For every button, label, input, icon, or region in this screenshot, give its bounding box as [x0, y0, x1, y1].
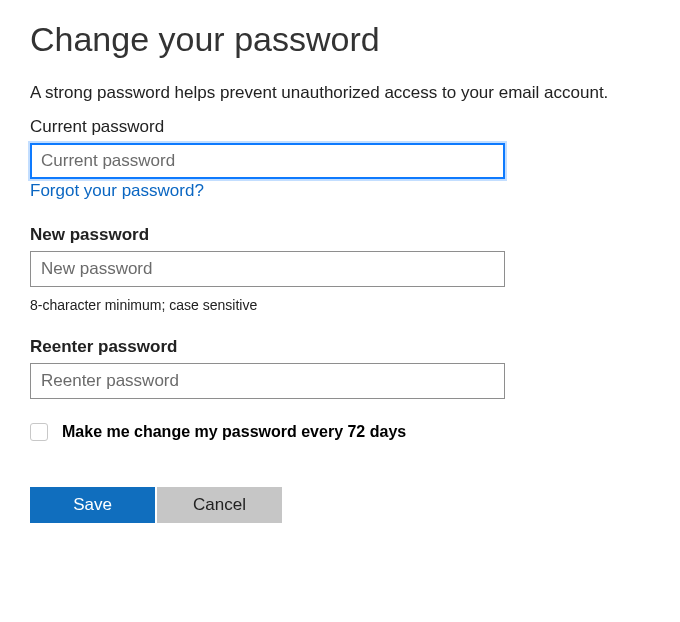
current-password-group: Current password Forgot your password? — [30, 117, 650, 201]
password-hint: 8-character minimum; case sensitive — [30, 297, 650, 313]
reenter-password-input[interactable] — [30, 363, 505, 399]
reenter-password-group: Reenter password — [30, 337, 650, 399]
forgot-password-link[interactable]: Forgot your password? — [30, 181, 204, 201]
button-row: Save Cancel — [30, 487, 650, 523]
description-text: A strong password helps prevent unauthor… — [30, 83, 650, 103]
new-password-group: New password 8-character minimum; case s… — [30, 225, 650, 313]
new-password-input[interactable] — [30, 251, 505, 287]
page-title: Change your password — [30, 20, 650, 59]
expiry-checkbox-label: Make me change my password every 72 days — [62, 423, 406, 441]
reenter-password-label: Reenter password — [30, 337, 650, 357]
save-button[interactable]: Save — [30, 487, 155, 523]
expiry-checkbox[interactable] — [30, 423, 48, 441]
current-password-input[interactable] — [30, 143, 505, 179]
current-password-label: Current password — [30, 117, 650, 137]
expiry-checkbox-row: Make me change my password every 72 days — [30, 423, 650, 441]
new-password-label: New password — [30, 225, 650, 245]
cancel-button[interactable]: Cancel — [157, 487, 282, 523]
